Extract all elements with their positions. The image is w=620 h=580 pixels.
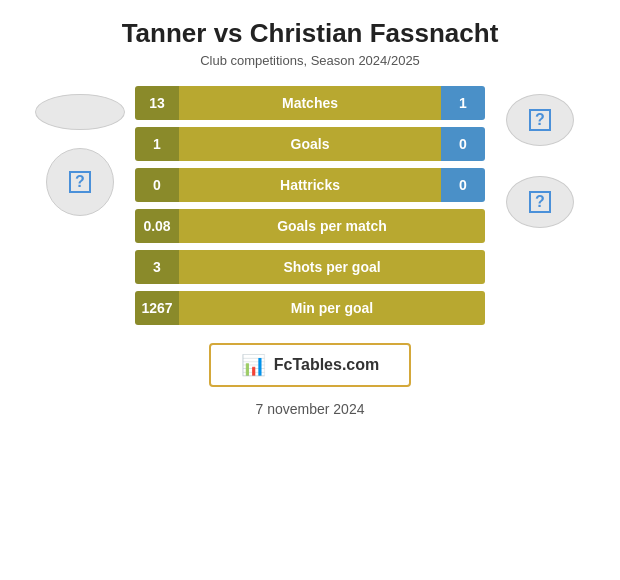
stat-label-goals: Goals (179, 127, 441, 161)
left-avatars: ? (25, 86, 135, 216)
stats-container: 13Matches11Goals00Hattricks00.08Goals pe… (135, 86, 485, 325)
brand-icon: 📊 (241, 353, 266, 377)
stat-row-min-per-goal: 1267Min per goal (135, 291, 485, 325)
left-avatar-middle: ? (46, 148, 114, 216)
main-area: ? 13Matches11Goals00Hattricks00.08Goals … (10, 86, 610, 325)
right-avatar-top: ? (506, 94, 574, 146)
right-question-mark-top: ? (529, 109, 551, 131)
stat-left-hattricks: 0 (135, 168, 179, 202)
stat-row-matches: 13Matches1 (135, 86, 485, 120)
stat-left-shots-per-goal: 3 (135, 250, 179, 284)
stat-right-hattricks: 0 (441, 168, 485, 202)
stat-row-shots-per-goal: 3Shots per goal (135, 250, 485, 284)
stat-label-min-per-goal: Min per goal (179, 291, 485, 325)
brand-box: 📊 FcTables.com (209, 343, 412, 387)
right-avatars: ? ? (485, 86, 595, 228)
page: Tanner vs Christian Fassnacht Club compe… (0, 0, 620, 580)
left-question-mark: ? (69, 171, 91, 193)
stat-left-goals: 1 (135, 127, 179, 161)
stat-right-matches: 1 (441, 86, 485, 120)
stat-row-goals: 1Goals0 (135, 127, 485, 161)
stat-left-goals-per-match: 0.08 (135, 209, 179, 243)
brand-name: FcTables.com (274, 356, 380, 374)
stat-right-goals: 0 (441, 127, 485, 161)
stat-left-matches: 13 (135, 86, 179, 120)
stat-label-shots-per-goal: Shots per goal (179, 250, 485, 284)
left-avatar-top (35, 94, 125, 130)
stat-row-hattricks: 0Hattricks0 (135, 168, 485, 202)
subtitle: Club competitions, Season 2024/2025 (200, 53, 420, 68)
stat-label-matches: Matches (179, 86, 441, 120)
stat-label-goals-per-match: Goals per match (179, 209, 485, 243)
page-title: Tanner vs Christian Fassnacht (122, 18, 499, 49)
stat-row-goals-per-match: 0.08Goals per match (135, 209, 485, 243)
right-avatar-bottom: ? (506, 176, 574, 228)
date-label: 7 november 2024 (256, 401, 365, 417)
stat-label-hattricks: Hattricks (179, 168, 441, 202)
stat-left-min-per-goal: 1267 (135, 291, 179, 325)
right-question-mark-bottom: ? (529, 191, 551, 213)
